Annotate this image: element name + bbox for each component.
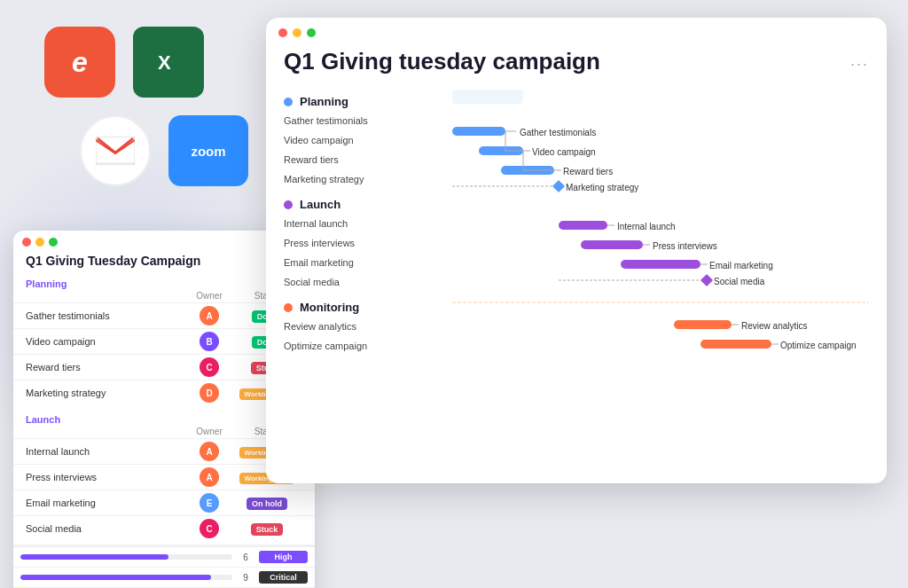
th-owner: Owner — [187, 291, 231, 301]
gantt-chart-area: Gather testimonials Video campaign Rewar… — [443, 90, 869, 466]
minimize-dot — [293, 28, 301, 37]
task-owner: E — [187, 493, 231, 513]
gantt-chart: Planning Gather testimonials Video campa… — [266, 90, 887, 466]
task-status: On hold — [231, 498, 302, 508]
lth-name — [26, 427, 187, 436]
close-dot — [278, 28, 287, 37]
table-row: Social media C Stuck — [13, 515, 315, 541]
task-owner: D — [187, 383, 231, 403]
lth-owner: Owner — [187, 427, 231, 436]
svg-rect-32 — [701, 340, 771, 349]
svg-rect-27 — [701, 274, 713, 286]
gantt-section-launch: Launch — [284, 192, 443, 214]
table-row: Email marketing E On hold — [13, 490, 315, 515]
gantt-task-label: Marketing strategy — [284, 169, 443, 189]
task-name: Social media — [26, 523, 187, 534]
svg-text:Optimize campaign: Optimize campaign — [780, 341, 857, 350]
task-owner: B — [187, 332, 231, 351]
svg-rect-4 — [452, 127, 505, 136]
gantt-section-monitoring: Monitoring — [284, 295, 443, 317]
task-name: Reward tiers — [26, 362, 187, 372]
list-item: 6 High — [13, 546, 315, 567]
status-badge: Stuck — [251, 523, 284, 536]
task-owner: A — [187, 467, 231, 487]
task-owner: A — [187, 442, 231, 461]
svg-text:Email marketing: Email marketing — [709, 261, 773, 270]
app-icons-panel: e X zoom — [27, 27, 257, 222]
priority-bar-container — [20, 554, 232, 560]
task-owner: C — [187, 519, 231, 538]
th-name — [26, 291, 187, 301]
gantt-task-label: Video campaign — [284, 130, 443, 150]
task-name: Email marketing — [26, 498, 187, 508]
svg-text:Gather testimonials: Gather testimonials — [520, 128, 596, 137]
priority-label: High — [259, 551, 308, 563]
svg-rect-23 — [621, 260, 701, 269]
task-name: Press interviews — [26, 472, 187, 482]
priority-bar-container — [20, 575, 232, 580]
gantt-task-label: Reward tiers — [284, 150, 443, 169]
gantt-task-label: Social media — [284, 272, 443, 292]
priority-bar — [20, 575, 211, 580]
main-window-title: Q1 Giving tuesday campaign — [266, 43, 887, 90]
close-dot — [22, 238, 31, 247]
section-dot-orange — [284, 303, 293, 312]
svg-text:Marketing strategy: Marketing strategy — [566, 183, 638, 192]
window-controls-main — [266, 18, 887, 43]
gantt-task-label: Review analytics — [284, 317, 443, 336]
monitoring-label: Monitoring — [300, 301, 359, 314]
svg-text:Press interviews: Press interviews — [653, 241, 717, 251]
priority-label: Critical — [259, 571, 308, 584]
gantt-task-label: Press interviews — [284, 233, 443, 253]
svg-text:Reward tiers: Reward tiers — [563, 167, 613, 176]
svg-rect-17 — [559, 221, 607, 230]
minimize-dot — [35, 238, 44, 247]
gantt-labels: Planning Gather testimonials Video campa… — [284, 90, 443, 466]
priority-bar — [20, 554, 168, 560]
task-owner: C — [187, 357, 231, 377]
gantt-task-label: Gather testimonials — [284, 111, 443, 130]
gantt-task-label: Internal launch — [284, 214, 443, 233]
svg-text:Social media: Social media — [714, 277, 765, 286]
section-dot-blue — [284, 98, 293, 106]
status-badge: On hold — [247, 498, 287, 510]
gantt-section-planning: Planning — [284, 90, 443, 111]
priority-count: 9 — [238, 573, 254, 583]
gantt-task-label: Email marketing — [284, 253, 443, 272]
gantt-task-label: Optimize campaign — [284, 336, 443, 356]
launch-label: Launch — [300, 198, 340, 211]
task-name: Gather testimonials — [26, 310, 187, 321]
task-name: Video campaign — [26, 336, 187, 347]
list-item: 9 Critical — [13, 567, 315, 587]
eventbrite-icon: e — [44, 27, 115, 98]
task-owner: A — [187, 306, 231, 325]
main-window: Q1 Giving tuesday campaign ··· Planning … — [266, 18, 887, 483]
svg-text:Video campaign: Video campaign — [532, 147, 596, 157]
gmail-icon — [80, 115, 151, 186]
svg-text:Review analytics: Review analytics — [741, 321, 807, 331]
svg-text:Internal launch: Internal launch — [617, 222, 676, 231]
more-options-icon[interactable]: ··· — [850, 55, 869, 74]
svg-rect-15 — [552, 180, 565, 192]
svg-text:X: X — [158, 51, 171, 74]
planning-label: Planning — [300, 95, 348, 108]
excel-icon: X — [133, 27, 204, 98]
section-dot-purple — [284, 200, 293, 209]
task-name: Internal launch — [26, 446, 187, 457]
maximize-dot — [49, 238, 58, 247]
task-status: Stuck — [231, 523, 302, 534]
maximize-dot — [307, 28, 316, 37]
svg-rect-20 — [581, 240, 643, 249]
zoom-icon: zoom — [168, 115, 248, 186]
svg-rect-3 — [452, 90, 523, 104]
task-name: Marketing strategy — [26, 388, 187, 398]
priority-count: 6 — [238, 553, 254, 562]
svg-rect-29 — [674, 320, 732, 329]
